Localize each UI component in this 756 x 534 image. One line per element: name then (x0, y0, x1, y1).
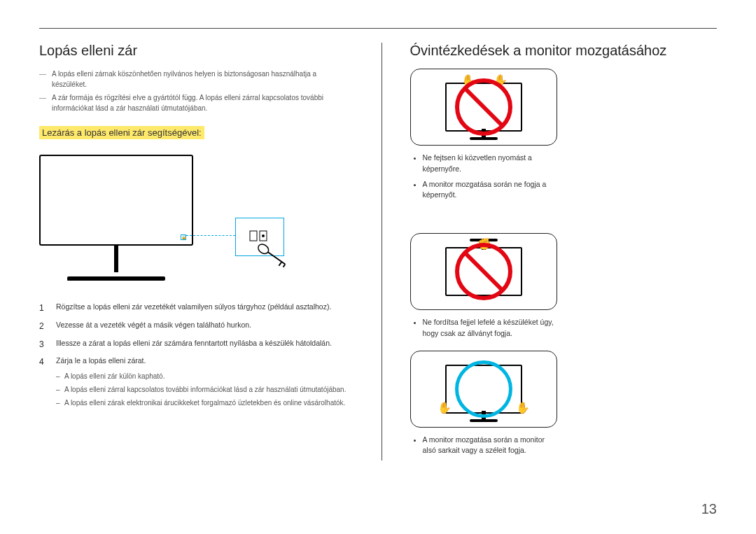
note-1: A lopás elleni zárnak köszönhetően nyilv… (39, 69, 346, 90)
anti-theft-title: Lopás elleni zár (39, 43, 346, 59)
lock-subheading: Lezárás a lopás elleni zár segítségével: (39, 126, 204, 139)
precautions-title: Óvintézkedések a monitor mozgatásához (410, 43, 718, 59)
svg-line-10 (465, 253, 503, 290)
precaution-b-list: Ne fordítsa fejjel lefelé a készüléket ú… (410, 317, 557, 339)
substeps-list: A lopás elleni zár külön kapható. A lopá… (56, 371, 346, 408)
substep-2: A lopás elleni zárral kapcsolatos tovább… (56, 384, 346, 395)
dont-press-screen-figure: ✋ ✋ (410, 69, 557, 146)
lock-figure: 🔒 (39, 155, 346, 288)
page-number: 13 (701, 501, 717, 517)
precaution-a-1: Ne fejtsen ki közvetlen nyomást a képern… (423, 153, 557, 175)
monitor-illustration: 🔒 (39, 155, 193, 246)
svg-line-6 (284, 264, 286, 267)
svg-line-8 (465, 88, 503, 126)
dont-hold-by-stand-figure: ✊ (410, 233, 557, 310)
step-3: Illessze a zárat a lopás elleni zár szám… (39, 338, 346, 349)
kensington-slot-icon: 🔒 (181, 234, 186, 240)
hand-icon: ✋ (438, 401, 451, 414)
hold-by-corners-figure: ✋ ✋ (410, 351, 557, 428)
left-column: Lopás elleni zár A lopás elleni zárnak k… (39, 43, 346, 461)
svg-point-3 (256, 242, 270, 255)
precaution-a: ✋ ✋ Ne fejtsen ki közvetlen nyomást a ké… (410, 69, 557, 205)
step-4-text: Zárja le a lopás elleni zárat. (56, 356, 146, 365)
svg-line-4 (268, 252, 286, 264)
precaution-b: ✊ Ne fordítsa fejjel lefelé a készüléket… (410, 233, 557, 344)
substep-1: A lopás elleni zár külön kapható. (56, 371, 346, 381)
right-column: Óvintézkedések a monitor mozgatásához ✋ … (382, 43, 718, 461)
steps-list: Rögzítse a lopás elleni zár vezetékét va… (39, 302, 346, 408)
allow-icon (455, 360, 512, 418)
prohibit-icon (453, 241, 514, 302)
precaution-b-1: Ne fordítsa fejjel lefelé a készüléket ú… (423, 317, 557, 339)
precaution-a-2: A monitor mozgatása során ne fogja a kép… (423, 179, 557, 202)
precaution-c: ✋ ✋ A monitor mozgatása során a monitor … (410, 351, 557, 461)
monitor-stand (67, 276, 165, 281)
step-4: Zárja le a lopás elleni zárat. A lopás e… (39, 356, 346, 408)
step-2: Vezesse át a vezeték végét a másik végen… (39, 320, 346, 331)
svg-line-5 (279, 262, 281, 266)
note-2: A zár formája és rögzítési elve a gyártó… (39, 92, 346, 113)
substep-3: A lopás elleni zárak elektronikai árucik… (56, 398, 346, 408)
precaution-c-list: A monitor mozgatása során a monitor alsó… (410, 435, 557, 457)
svg-rect-0 (250, 231, 257, 241)
step-1: Rögzítse a lopás elleni zár vezetékét va… (39, 302, 346, 313)
precaution-a-list: Ne fejtsen ki közvetlen nyomást a képern… (410, 153, 557, 201)
callout-line (186, 235, 235, 236)
prohibit-icon (453, 76, 514, 138)
precaution-c-1: A monitor mozgatása során a monitor alsó… (423, 435, 557, 457)
hand-icon: ✋ (516, 401, 530, 414)
